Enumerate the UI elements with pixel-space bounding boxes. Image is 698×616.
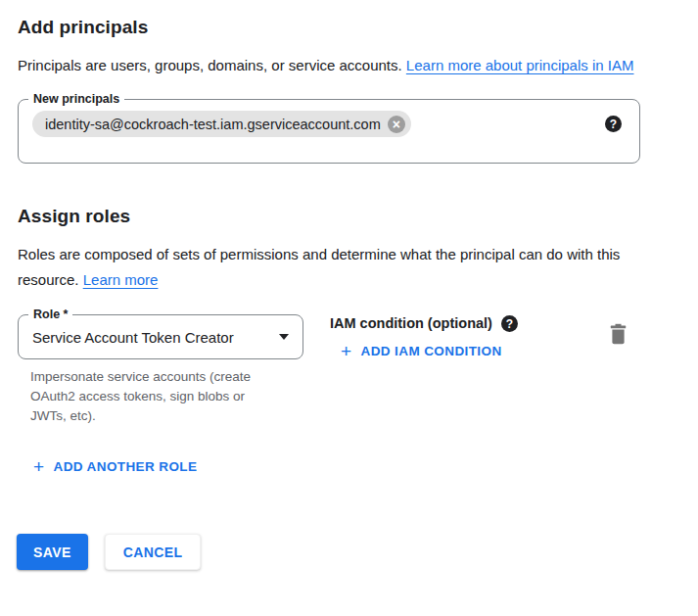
iam-condition-column: IAM condition (optional) ? + ADD IAM CON… xyxy=(330,314,518,361)
role-column: Role * Service Account Token Creator Imp… xyxy=(18,314,303,426)
add-another-role-button[interactable]: + ADD ANOTHER ROLE xyxy=(33,458,197,476)
role-select-label: Role * xyxy=(28,307,72,323)
trash-icon xyxy=(609,323,628,345)
roles-description: Roles are composed of sets of permission… xyxy=(18,242,625,293)
iam-condition-help-icon[interactable]: ? xyxy=(501,315,518,332)
remove-principal-icon[interactable]: × xyxy=(388,116,405,133)
role-select-value: Service Account Token Creator xyxy=(32,329,271,346)
new-principals-field[interactable]: New principals identity-sa@cockroach-tes… xyxy=(18,99,640,164)
learn-more-roles-link[interactable]: Learn more xyxy=(83,271,159,288)
assign-roles-title: Assign roles xyxy=(18,205,680,228)
role-select[interactable]: Role * Service Account Token Creator xyxy=(18,314,303,359)
role-helper-text: Impersonate service accounts (create OAu… xyxy=(30,367,273,426)
page-title: Add principals xyxy=(18,16,680,39)
add-iam-condition-button[interactable]: + ADD IAM CONDITION xyxy=(341,343,502,360)
add-iam-condition-label: ADD IAM CONDITION xyxy=(361,343,502,360)
action-bar: SAVE CANCEL xyxy=(17,534,680,570)
principal-chip[interactable]: identity-sa@cockroach-test.iam.gservicea… xyxy=(32,111,411,137)
new-principals-label: New principals xyxy=(28,91,124,108)
dropdown-arrow-icon xyxy=(279,334,289,340)
plus-icon: + xyxy=(33,459,45,475)
role-row: Role * Service Account Token Creator Imp… xyxy=(18,314,680,426)
add-principals-panel: Add principals Principals are users, gro… xyxy=(0,0,698,616)
plus-icon: + xyxy=(341,344,352,359)
delete-role-button[interactable] xyxy=(609,323,628,345)
learn-more-principals-link[interactable]: Learn more about principals in IAM xyxy=(406,57,634,73)
save-button[interactable]: SAVE xyxy=(17,534,88,570)
add-another-role-label: ADD ANOTHER ROLE xyxy=(54,458,198,476)
principals-description: Principals are users, groups, domains, o… xyxy=(18,53,649,78)
iam-condition-label: IAM condition (optional) xyxy=(330,314,492,333)
principals-help-icon[interactable]: ? xyxy=(605,116,622,132)
principals-description-text: Principals are users, groups, domains, o… xyxy=(18,57,402,73)
iam-condition-label-row: IAM condition (optional) ? xyxy=(330,314,518,333)
cancel-button[interactable]: CANCEL xyxy=(105,534,202,570)
principal-chip-value: identity-sa@cockroach-test.iam.gservicea… xyxy=(45,117,381,132)
